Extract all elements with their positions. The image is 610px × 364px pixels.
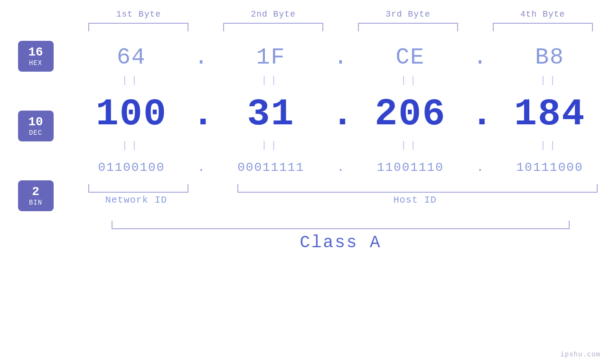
bottom-bracket-1 [71, 184, 206, 193]
id-labels-row: Network ID Host ID [71, 195, 610, 205]
class-bracket-line [112, 221, 570, 229]
hex-dot-3: . [470, 45, 489, 70]
bin-row: 01100100 . 00011111 . 11001110 . 1011100… [71, 154, 610, 180]
left-labels: 16 HEX 10 DEC 2 BIN [0, 36, 71, 211]
bin-badge: 2 BIN [18, 180, 54, 211]
bin-dot-1: . [192, 160, 211, 175]
eq-dot-1 [192, 75, 211, 88]
hex-byte-4: B8 [489, 45, 610, 70]
hex-badge: 16 HEX [18, 41, 54, 72]
rows-area: 16 HEX 10 DEC 2 BIN 64 . 1F . CE . B8 [0, 36, 610, 211]
byte-header-3: 3rd Byte [341, 9, 476, 19]
eq-dot-3 [470, 75, 489, 88]
hex-badge-number: 16 [28, 46, 43, 59]
eq-2: || [211, 75, 331, 88]
top-brackets [0, 23, 610, 31]
data-cols: 64 . 1F . CE . B8 || || || || 100 [71, 36, 610, 211]
top-bracket-1 [71, 23, 206, 31]
eq-dot-2 [331, 75, 350, 88]
hex-byte-2: 1F [211, 45, 331, 70]
top-bracket-line-3 [358, 23, 458, 31]
eq2-2: || [211, 140, 331, 153]
hex-dot-2: . [331, 45, 350, 70]
dec-dot-3: . [470, 93, 489, 136]
top-bracket-4 [475, 23, 610, 31]
bottom-bracket-line-1 [88, 184, 188, 193]
bin-badge-number: 2 [32, 185, 39, 199]
bin-byte-4: 10111000 [489, 160, 610, 175]
network-id-label: Network ID [71, 195, 201, 205]
byte-header-1: 1st Byte [71, 9, 206, 19]
byte-header-4: 4th Byte [475, 9, 610, 19]
eq-4: || [489, 75, 610, 88]
eq2-4: || [489, 140, 610, 153]
bottom-brackets [71, 184, 610, 193]
dec-badge: 10 DEC [18, 111, 54, 141]
top-bracket-line-2 [223, 23, 323, 31]
hex-row: 64 . 1F . CE . B8 [71, 41, 610, 74]
class-row: Class A [0, 221, 610, 252]
class-bracket-wrapper: Class A [107, 221, 574, 252]
eq2-3: || [350, 140, 471, 153]
watermark: ipshu.com [560, 351, 601, 358]
top-bracket-line-4 [493, 23, 593, 31]
eq2-dot-2 [331, 140, 350, 153]
eq2-dot-3 [470, 140, 489, 153]
bin-dot-2: . [331, 160, 350, 175]
hex-dot-1: . [192, 45, 211, 70]
eq2-1: || [71, 140, 192, 153]
hex-byte-3: CE [350, 45, 471, 70]
byte-headers: 1st Byte 2nd Byte 3rd Byte 4th Byte [0, 9, 610, 19]
dec-dot-1: . [192, 93, 211, 136]
dec-badge-label: DEC [29, 129, 42, 137]
bin-dot-3: . [470, 160, 489, 175]
class-label: Class A [300, 233, 381, 252]
hex-badge-label: HEX [29, 59, 42, 67]
bin-badge-label: BIN [29, 199, 42, 206]
eq2-dot-1 [192, 140, 211, 153]
hex-byte-1: 64 [71, 45, 192, 70]
dec-byte-4: 184 [489, 93, 610, 136]
equals-row-2: || || || || [71, 140, 610, 153]
top-bracket-line-1 [88, 23, 188, 31]
dec-byte-1: 100 [71, 93, 192, 136]
bottom-bracket-line-234 [237, 184, 598, 193]
top-bracket-2 [206, 23, 341, 31]
byte-header-2: 2nd Byte [206, 9, 341, 19]
dec-badge-number: 10 [28, 115, 43, 129]
bottom-bracket-234 [225, 184, 610, 193]
eq-3: || [350, 75, 471, 88]
dec-row: 100 . 31 . 206 . 184 [71, 89, 610, 139]
main-container: 1st Byte 2nd Byte 3rd Byte 4th Byte 16 H… [0, 0, 610, 364]
bin-byte-1: 01100100 [71, 160, 192, 175]
dec-byte-3: 206 [350, 93, 471, 136]
equals-row-1: || || || || [71, 75, 610, 88]
bin-byte-3: 11001110 [350, 160, 471, 175]
bin-byte-2: 00011111 [211, 160, 331, 175]
dec-byte-2: 31 [211, 93, 331, 136]
dec-dot-2: . [331, 93, 350, 136]
top-bracket-3 [341, 23, 476, 31]
eq-1: || [71, 75, 192, 88]
host-id-label: Host ID [220, 195, 610, 205]
